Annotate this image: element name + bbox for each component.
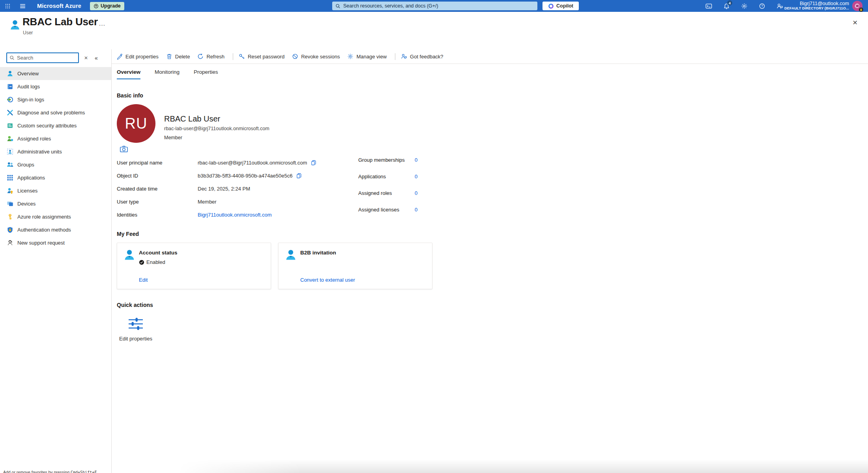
sidebar: ✕ « Overview Audit logs Sign-in logs Dia… bbox=[0, 49, 112, 473]
search-icon bbox=[335, 4, 340, 9]
app-launcher-icon[interactable] bbox=[2, 0, 13, 12]
groups-icon bbox=[7, 161, 13, 168]
assigned-licenses-count-link[interactable]: 0 bbox=[415, 207, 417, 213]
properties-grid: User principal name rbac-lab-user@Bigrj7… bbox=[117, 156, 868, 221]
close-blade-icon[interactable]: ✕ bbox=[853, 19, 858, 26]
reset-password-button[interactable]: Reset password bbox=[239, 53, 284, 60]
edit-account-status-link[interactable]: Edit bbox=[139, 277, 148, 283]
account-avatar[interactable] bbox=[852, 1, 862, 11]
upgrade-button[interactable]: Upgrade bbox=[90, 2, 124, 10]
trash-icon bbox=[166, 53, 172, 60]
got-feedback-button[interactable]: Got feedback? bbox=[401, 53, 443, 60]
sidebar-item-overview[interactable]: Overview bbox=[0, 67, 111, 80]
stat-label: Assigned roles bbox=[358, 190, 415, 196]
sidebar-item-assigned-roles[interactable]: Assigned roles bbox=[0, 132, 111, 145]
copilot-button[interactable]: Copilot bbox=[542, 2, 579, 10]
tab-properties[interactable]: Properties bbox=[194, 69, 218, 79]
sidebar-item-authentication-methods[interactable]: Authentication methods bbox=[0, 223, 111, 236]
key-icon bbox=[239, 53, 245, 60]
sliders-icon bbox=[128, 318, 143, 330]
user-icon bbox=[284, 249, 297, 261]
sidebar-item-groups[interactable]: Groups bbox=[0, 158, 111, 171]
group-memberships-count-link[interactable]: 0 bbox=[415, 157, 417, 163]
more-actions-button[interactable]: … bbox=[99, 20, 105, 28]
stat-label: Group memberships bbox=[358, 157, 415, 163]
copy-icon[interactable] bbox=[311, 160, 316, 166]
tab-overview[interactable]: Overview bbox=[117, 69, 140, 79]
convert-to-external-user-link[interactable]: Convert to external user bbox=[300, 277, 355, 283]
manage-view-button[interactable]: Manage view bbox=[347, 53, 387, 60]
delete-button[interactable]: Delete bbox=[166, 53, 190, 60]
sidebar-item-audit-logs[interactable]: Audit logs bbox=[0, 80, 111, 93]
settings-gear-icon[interactable] bbox=[739, 0, 750, 11]
applications-count-link[interactable]: 0 bbox=[415, 174, 417, 179]
my-feed-heading: My Feed bbox=[117, 231, 868, 237]
hamburger-menu-icon[interactable] bbox=[17, 0, 28, 12]
sidebar-item-administrative-units[interactable]: Administrative units bbox=[0, 145, 111, 158]
user-icon bbox=[7, 70, 13, 77]
sidebar-item-sign-in-logs[interactable]: Sign-in logs bbox=[0, 93, 111, 106]
favorites-hint: Add or remove favorites by pressing Cmd+… bbox=[3, 470, 97, 473]
search-clear-icon[interactable]: ✕ bbox=[84, 55, 88, 61]
azure-logo[interactable]: Microsoft Azure bbox=[37, 3, 81, 9]
page-subtitle: User bbox=[23, 30, 33, 36]
field-label: Identities bbox=[117, 212, 198, 218]
stat-row: Applications 0 bbox=[358, 168, 417, 185]
pencil-icon bbox=[116, 53, 123, 60]
audit-logs-icon bbox=[7, 83, 13, 90]
feedback-icon[interactable] bbox=[774, 0, 785, 11]
field-value: rbac-lab-user@Bigrj711outlook.onmicrosof… bbox=[198, 160, 307, 166]
assigned-roles-count-link[interactable]: 0 bbox=[415, 190, 417, 196]
status-badge: Enabled bbox=[146, 259, 165, 265]
sidebar-item-applications[interactable]: Applications bbox=[0, 171, 111, 184]
shield-lock-icon bbox=[7, 226, 13, 233]
field-value: Dec 19, 2025, 2:24 PM bbox=[198, 186, 250, 192]
quick-action-label: Edit properties bbox=[119, 336, 152, 342]
basic-info-heading: Basic info bbox=[117, 92, 868, 99]
sidebar-item-licenses[interactable]: Licenses bbox=[0, 184, 111, 197]
identities-link[interactable]: Bigrj711outlook.onmicrosoft.com bbox=[198, 212, 272, 218]
global-search-bar[interactable] bbox=[332, 2, 537, 10]
lock-icon bbox=[859, 7, 863, 12]
wrench-icon bbox=[7, 109, 13, 116]
user-icon bbox=[123, 249, 136, 261]
stats-column: Group memberships 0 Applications 0 Assig… bbox=[358, 151, 417, 218]
card-title: B2B invitation bbox=[300, 250, 336, 256]
support-person-icon bbox=[7, 239, 13, 246]
cloud-shell-icon[interactable] bbox=[703, 0, 714, 11]
avatar: RU bbox=[117, 104, 155, 143]
revoke-sessions-button[interactable]: Revoke sessions bbox=[292, 53, 340, 60]
sidebar-item-custom-security-attributes[interactable]: Custom security attributes bbox=[0, 119, 111, 132]
sidebar-collapse-icon[interactable]: « bbox=[95, 55, 98, 61]
edit-properties-button[interactable]: Edit properties bbox=[116, 53, 159, 60]
sidebar-item-diagnose[interactable]: Diagnose and solve problems bbox=[0, 106, 111, 119]
check-circle-icon bbox=[139, 260, 144, 265]
sidebar-item-devices[interactable]: Devices bbox=[0, 197, 111, 210]
command-bar: Edit properties Delete Refresh Reset pas… bbox=[112, 49, 868, 64]
b2b-invitation-card: B2B invitation Convert to external user bbox=[278, 243, 432, 289]
notifications-bell-icon[interactable]: 4 bbox=[721, 0, 732, 11]
quick-actions-heading: Quick actions bbox=[117, 302, 868, 308]
devices-icon bbox=[7, 200, 13, 207]
quick-action-edit-properties[interactable]: Edit properties bbox=[117, 318, 155, 342]
property-row: Object ID b3b3d73b-5ff3-4408-950b-a474ae… bbox=[117, 169, 868, 182]
property-row: Created date time Dec 19, 2025, 2:24 PM bbox=[117, 182, 868, 195]
search-icon bbox=[9, 55, 15, 60]
global-search-input[interactable] bbox=[343, 3, 534, 9]
help-icon[interactable]: ? bbox=[756, 0, 767, 11]
account-info[interactable]: Bigrj711@outlook.com DEFAULT DIRECTORY (… bbox=[784, 1, 849, 11]
copy-icon[interactable] bbox=[296, 173, 302, 179]
tab-monitoring[interactable]: Monitoring bbox=[155, 69, 180, 79]
sidebar-item-azure-role-assignments[interactable]: Azure role assignments bbox=[0, 210, 111, 223]
sidebar-search-input[interactable] bbox=[17, 55, 76, 61]
svg-text:?: ? bbox=[761, 4, 763, 8]
toolbar-divider bbox=[395, 53, 395, 60]
camera-icon[interactable] bbox=[120, 145, 128, 152]
sidebar-item-new-support-request[interactable]: New support request bbox=[0, 236, 111, 249]
licenses-icon bbox=[7, 187, 13, 194]
main-panel: Edit properties Delete Refresh Reset pas… bbox=[112, 49, 868, 473]
notification-count-badge: 4 bbox=[727, 0, 732, 6]
sidebar-search-box[interactable] bbox=[6, 52, 79, 63]
refresh-button[interactable]: Refresh bbox=[197, 53, 224, 60]
field-value: b3b3d73b-5ff3-4408-950b-a474ae50e5c6 bbox=[198, 173, 292, 179]
